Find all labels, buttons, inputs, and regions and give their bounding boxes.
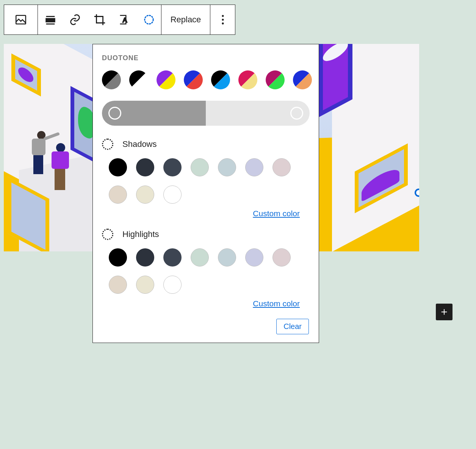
shadows-swatch-6[interactable] <box>272 158 291 176</box>
highlights-custom-color-link[interactable]: Custom color <box>102 299 300 308</box>
shadows-swatch-2[interactable] <box>163 158 182 176</box>
highlights-swatch-2[interactable] <box>163 248 182 267</box>
duotone-popover: DUOTONE Shadows Custom color Highlights … <box>92 44 319 343</box>
duotone-preset-7[interactable] <box>293 70 312 89</box>
gradient-handle-highlights[interactable] <box>290 107 303 120</box>
clear-button[interactable]: Clear <box>276 319 309 334</box>
shadows-swatch-8[interactable] <box>136 186 154 204</box>
duotone-preset-0[interactable] <box>102 70 121 89</box>
highlights-swatch-7[interactable] <box>109 276 127 294</box>
block-toolbar: A Replace <box>4 5 235 35</box>
add-block-button[interactable] <box>436 304 453 320</box>
duotone-preset-5[interactable] <box>238 70 257 89</box>
shadows-swatch-5[interactable] <box>245 158 263 176</box>
gradient-handle-shadows[interactable] <box>108 107 121 120</box>
duotone-preset-3[interactable] <box>184 70 203 89</box>
svg-point-6 <box>222 15 224 17</box>
replace-button[interactable]: Replace <box>161 5 210 34</box>
shadows-swatch-grid <box>109 158 310 204</box>
shadows-swatch-0[interactable] <box>109 158 127 176</box>
crop-button[interactable] <box>87 5 112 34</box>
shadows-swatch-1[interactable] <box>136 158 154 176</box>
shadows-swatch-3[interactable] <box>191 158 209 176</box>
shadows-indicator-icon <box>102 139 113 150</box>
link-button[interactable] <box>63 5 87 34</box>
highlights-swatch-1[interactable] <box>136 248 154 267</box>
more-options-button[interactable] <box>210 5 235 34</box>
popover-title: DUOTONE <box>102 54 310 62</box>
shadows-swatch-9[interactable] <box>163 186 182 204</box>
svg-point-8 <box>222 22 224 24</box>
highlights-swatch-4[interactable] <box>218 248 236 267</box>
highlights-section-header: Highlights <box>102 229 310 240</box>
svg-rect-0 <box>16 16 26 24</box>
highlights-swatch-8[interactable] <box>136 276 154 294</box>
shadows-custom-color-link[interactable]: Custom color <box>102 209 300 218</box>
duotone-preset-6[interactable] <box>266 70 285 89</box>
highlights-swatch-9[interactable] <box>163 276 182 294</box>
highlights-label: Highlights <box>122 229 159 239</box>
image-block-icon[interactable] <box>4 5 38 34</box>
align-button[interactable] <box>38 5 63 34</box>
highlights-indicator-icon <box>102 229 113 240</box>
highlights-swatch-0[interactable] <box>109 248 127 267</box>
text-overlay-button[interactable]: A <box>112 5 136 34</box>
duotone-gradient-bar[interactable] <box>102 101 310 126</box>
svg-rect-2 <box>46 19 55 22</box>
highlights-swatch-6[interactable] <box>272 248 291 267</box>
shadows-section-header: Shadows <box>102 139 310 150</box>
shadows-swatch-4[interactable] <box>218 158 236 176</box>
shadows-label: Shadows <box>122 139 157 149</box>
highlights-swatch-3[interactable] <box>191 248 209 267</box>
duotone-preset-4[interactable] <box>211 70 230 89</box>
svg-point-7 <box>222 19 224 20</box>
duotone-preset-row <box>102 70 310 89</box>
svg-text:A: A <box>122 17 127 24</box>
duotone-preset-2[interactable] <box>157 70 175 89</box>
shadows-swatch-7[interactable] <box>109 186 127 204</box>
duotone-button[interactable] <box>136 5 161 34</box>
highlights-swatch-5[interactable] <box>245 248 263 267</box>
duotone-preset-1[interactable] <box>129 70 148 89</box>
svg-point-5 <box>144 16 153 24</box>
highlights-swatch-grid <box>109 248 310 294</box>
